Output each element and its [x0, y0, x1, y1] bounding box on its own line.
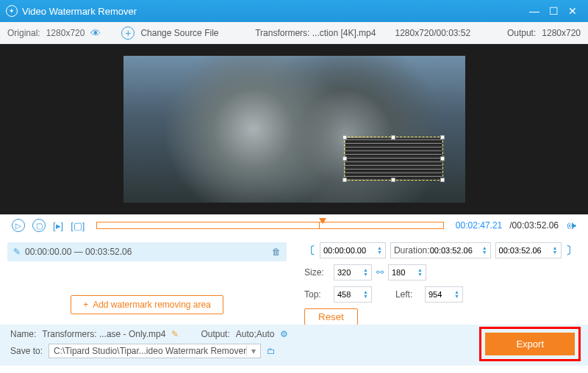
add-icon[interactable]: +: [121, 26, 135, 40]
segment-range: 00:00:00.00 — 00:03:52.06: [25, 247, 132, 257]
save-path-input[interactable]: C:\Tipard Studio\Tipar...ideo Watermark …: [49, 344, 261, 358]
change-source-button[interactable]: Change Source File: [140, 28, 218, 38]
properties-panel: 〔 ▲▼ Duration:▲▼ ▲▼ 〕 Size: ▲▼ ⚯ ▲▼ Top:…: [294, 236, 588, 325]
minimize-button[interactable]: ―: [525, 1, 544, 21]
bottom-bar: Name: Transformers: ...ase - Only.mp4 ✎ …: [0, 325, 588, 366]
segment-item[interactable]: ✎ 00:00:00.00 — 00:03:52.06 🗑: [7, 242, 287, 261]
segments-panel: ✎ 00:00:00.00 — 00:03:52.06 🗑 + Add wate…: [0, 236, 294, 325]
volume-icon[interactable]: 🕪: [566, 220, 576, 231]
mark-out-button[interactable]: [▢]: [71, 220, 85, 231]
video-preview[interactable]: [0, 44, 588, 214]
open-folder-icon[interactable]: 🗀: [267, 346, 276, 356]
size-label: Size:: [304, 267, 329, 278]
current-filename: Transformers: ...ction [4K].mp4: [255, 28, 376, 38]
trim-duration-input[interactable]: Duration:▲▼: [390, 242, 491, 258]
bracket-open-icon[interactable]: 〔: [304, 244, 315, 258]
playback-controls: ▷ ▢ [▸] [▢] 00:02:47.21/00:03:52.06 🕪: [0, 214, 588, 236]
time-current: 00:02:47.21: [456, 220, 502, 231]
time-total: /00:03:52.06: [509, 220, 559, 231]
add-area-label: Add watermark removing area: [93, 300, 211, 310]
video-frame: [123, 56, 465, 203]
trim-start-input[interactable]: ▲▼: [320, 242, 386, 258]
bracket-close-icon[interactable]: 〕: [566, 244, 577, 258]
reset-button[interactable]: Reset: [304, 308, 358, 325]
output-format-label: Output:: [201, 329, 229, 339]
app-logo-icon: ✦: [6, 5, 18, 17]
export-highlight: Export: [479, 327, 581, 361]
output-format: Auto;Auto: [236, 329, 275, 339]
left-label: Left:: [395, 289, 420, 300]
app-title: Video Watermark Remover: [22, 6, 525, 17]
toolbar: Original: 1280x720 👁 + Change Source Fil…: [0, 22, 588, 44]
selection-box[interactable]: [344, 137, 443, 181]
timeline-slider[interactable]: [96, 222, 443, 229]
file-info: 1280x720/00:03:52: [395, 28, 470, 38]
titlebar: ✦ Video Watermark Remover ― ☐ ✕: [0, 0, 588, 22]
export-button[interactable]: Export: [485, 333, 575, 355]
output-label: Output:: [507, 28, 536, 38]
plus-icon: +: [83, 300, 88, 310]
save-path: C:\Tipard Studio\Tipar...ideo Watermark …: [54, 346, 246, 356]
top-label: Top:: [304, 289, 329, 300]
add-area-button[interactable]: + Add watermark removing area: [71, 295, 223, 314]
output-name: Transformers: ...ase - Only.mp4: [42, 329, 165, 339]
delete-segment-icon[interactable]: 🗑: [272, 247, 281, 257]
path-dropdown-icon[interactable]: ▾: [246, 346, 256, 356]
segment-icon: ✎: [13, 247, 21, 257]
link-aspect-icon[interactable]: ⚯: [376, 267, 384, 278]
maximize-button[interactable]: ☐: [544, 1, 563, 21]
height-input[interactable]: ▲▼: [388, 264, 426, 280]
edit-name-icon[interactable]: ✎: [171, 329, 179, 339]
output-resolution: 1280x720: [542, 28, 581, 38]
settings-icon[interactable]: ⚙: [280, 329, 288, 339]
width-input[interactable]: ▲▼: [334, 264, 372, 280]
stop-button[interactable]: ▢: [32, 219, 46, 232]
play-button[interactable]: ▷: [12, 219, 25, 232]
left-input[interactable]: ▲▼: [425, 286, 463, 303]
top-input[interactable]: ▲▼: [334, 286, 372, 303]
original-resolution: 1280x720: [46, 28, 85, 38]
save-to-label: Save to:: [10, 346, 43, 356]
original-label: Original:: [7, 28, 40, 38]
mark-in-button[interactable]: [▸]: [53, 220, 63, 231]
preview-toggle-icon[interactable]: 👁: [90, 27, 101, 39]
name-label: Name:: [10, 329, 36, 339]
trim-end-input[interactable]: ▲▼: [495, 242, 562, 258]
close-button[interactable]: ✕: [563, 1, 582, 21]
